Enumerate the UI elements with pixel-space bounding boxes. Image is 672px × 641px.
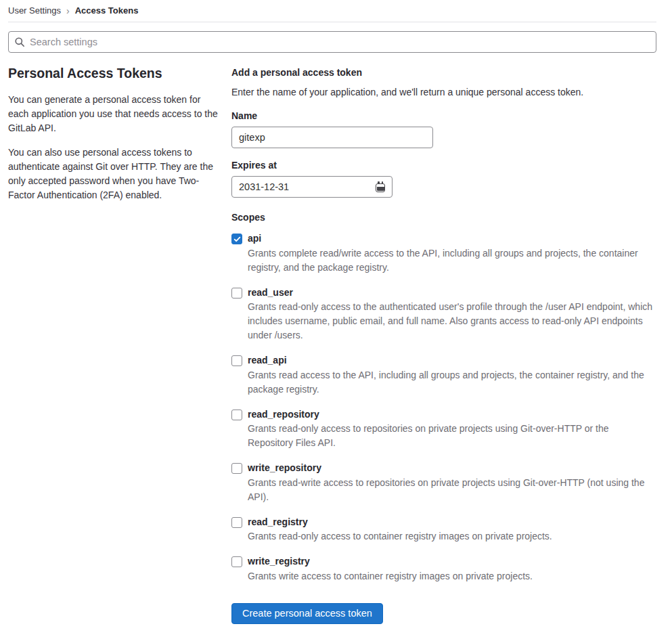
scope-checkbox[interactable]	[231, 355, 242, 366]
form-title: Add a personal access token	[231, 66, 656, 79]
checkmark-icon	[233, 236, 241, 243]
scope-row: write_registry Grants write access to co…	[231, 554, 656, 583]
scope-label[interactable]: read_registry	[248, 515, 552, 529]
description-paragraph-2: You can also use personal access tokens …	[8, 146, 223, 202]
scope-description: Grants read-only access to the authentic…	[248, 300, 656, 342]
scope-description: Grants read-write access to repositories…	[248, 476, 656, 504]
name-label: Name	[231, 110, 656, 121]
description-paragraph-1: You can generate a personal access token…	[8, 93, 223, 135]
breadcrumb-access-tokens: Access Tokens	[75, 5, 139, 16]
scope-checkbox[interactable]	[231, 234, 242, 244]
search-icon	[14, 37, 25, 47]
section-description-column: Personal Access Tokens You can generate …	[8, 64, 223, 213]
chevron-right-icon: ›	[66, 5, 70, 16]
scope-checkbox[interactable]	[231, 410, 242, 420]
scope-row: read_user Grants read-only access to the…	[231, 286, 656, 343]
breadcrumb: User Settings › Access Tokens	[8, 0, 656, 15]
header-divider	[8, 22, 656, 22]
create-token-button[interactable]: Create personal access token	[231, 603, 383, 624]
settings-search	[8, 31, 656, 53]
expires-at-input[interactable]	[231, 176, 393, 198]
breadcrumb-user-settings[interactable]: User Settings	[8, 5, 61, 16]
scope-label[interactable]: write_registry	[248, 554, 533, 569]
token-form: Add a personal access token Enter the na…	[231, 64, 656, 641]
scopes-label: Scopes	[231, 212, 656, 223]
scope-checkbox[interactable]	[231, 517, 242, 528]
scope-checkbox[interactable]	[231, 288, 242, 299]
scope-checkbox[interactable]	[231, 463, 242, 474]
scope-row: read_api Grants read access to the API, …	[231, 353, 656, 397]
form-description: Enter the name of your application, and …	[231, 85, 656, 99]
scope-label[interactable]: api	[248, 231, 656, 246]
scope-description: Grants complete read/write access to the…	[248, 246, 656, 275]
scope-label[interactable]: write_repository	[248, 461, 656, 475]
scope-label[interactable]: read_user	[248, 286, 656, 300]
scope-description: Grants read-only access to repositories …	[248, 422, 656, 450]
scope-description: Grants read-only access to container reg…	[248, 529, 552, 544]
scope-row: read_repository Grants read-only access …	[231, 407, 656, 451]
scope-label[interactable]: read_api	[248, 353, 656, 368]
scope-label[interactable]: read_repository	[248, 407, 656, 422]
scope-row: write_repository Grants read-write acces…	[231, 461, 656, 504]
scope-description: Grants write access to container registr…	[248, 569, 533, 583]
calendar-icon[interactable]	[375, 181, 386, 192]
scope-row: read_registry Grants read-only access to…	[231, 515, 656, 544]
expires-at-label: Expires at	[231, 160, 656, 171]
token-name-input[interactable]	[231, 127, 433, 148]
scope-description: Grants read access to the API, including…	[248, 368, 656, 397]
search-input[interactable]	[8, 31, 656, 53]
scope-row: api Grants complete read/write access to…	[231, 231, 656, 275]
page-title: Personal Access Tokens	[8, 65, 223, 81]
settings-page: User Settings › Access Tokens Personal A…	[8, 0, 656, 641]
scope-checkbox[interactable]	[231, 556, 242, 567]
scopes-list: api Grants complete read/write access to…	[231, 231, 656, 583]
